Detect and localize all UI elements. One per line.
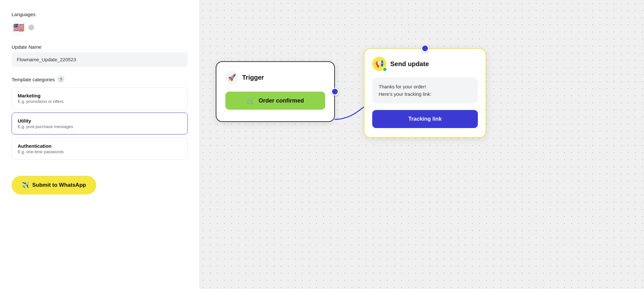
send-update-title: Send update [390,60,429,68]
order-confirmed-button[interactable]: 🛒 Order confirmed [225,92,325,110]
send-update-card: 📢 Send update Thanks for your order! Her… [364,48,486,138]
template-categories-header: Template categories ? [12,76,188,83]
trigger-card: 🚀 Trigger 🛒 Order confirmed [216,61,335,122]
template-categories-label: Template categories [12,77,55,82]
submit-btn-label: Submit to WhatsApp [32,182,86,188]
category-marketing-title: Marketing [18,93,182,98]
category-utility-title: Utility [18,118,182,124]
flag-row: 🇺🇸 [12,20,188,35]
language-toggle[interactable] [28,25,34,30]
languages-label: Languages [12,12,188,17]
message-line2: Here's your tracking link: [379,91,471,98]
category-utility-desc: E.g. post-purchase messages [18,124,182,129]
trigger-connector-dot [331,88,339,95]
send-update-header: 📢 Send update [372,57,478,71]
connector-svg [200,0,644,289]
trigger-card-header: 🚀 Trigger [225,71,325,84]
submit-icon: ✈️ [22,182,29,189]
category-card-authentication[interactable]: Authentication E.g. one-time passwords [12,138,188,160]
update-name-label: Update Name [12,44,188,50]
message-bubble: Thanks for your order! Here's your track… [372,77,478,104]
trigger-card-title: Trigger [242,74,264,81]
template-categories-section: Template categories ? Marketing E.g. pro… [12,76,188,160]
send-update-top-dot [421,45,429,52]
category-authentication-desc: E.g. one-time passwords [18,149,182,154]
flag-icon: 🇺🇸 [12,20,26,35]
order-confirmed-label: Order confirmed [259,97,304,104]
trigger-icon: 🚀 [225,71,238,84]
tracking-link-button[interactable]: Tracking link [372,110,478,128]
submit-whatsapp-button[interactable]: ✈️ Submit to WhatsApp [12,176,96,194]
help-icon[interactable]: ? [57,76,64,83]
category-cards: Marketing E.g. promotions or offers Util… [12,87,188,160]
update-name-section: Update Name [12,44,188,67]
message-line1: Thanks for your order! [379,83,471,91]
category-authentication-title: Authentication [18,143,182,149]
category-marketing-desc: E.g. promotions or offers [18,99,182,104]
update-name-input[interactable] [12,52,188,67]
category-card-marketing[interactable]: Marketing E.g. promotions or offers [12,87,188,109]
canvas-panel: 🚀 Trigger 🛒 Order confirmed 📢 Send updat… [200,0,644,289]
left-panel: Languages 🇺🇸 Update Name Template catego… [0,0,200,289]
canvas-content: 🚀 Trigger 🛒 Order confirmed 📢 Send updat… [200,0,644,289]
send-update-status-dot [383,67,387,72]
category-card-utility[interactable]: Utility E.g. post-purchase messages [12,113,188,135]
send-update-icon: 📢 [372,57,386,71]
order-icon: 🛒 [247,97,255,105]
